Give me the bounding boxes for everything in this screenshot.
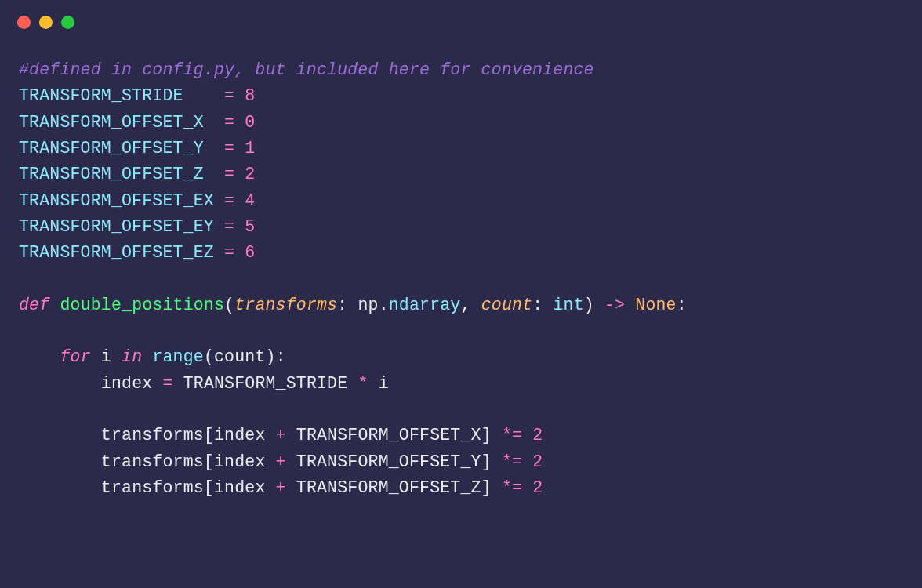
const-ref: TRANSFORM_OFFSET_Y [296, 452, 481, 471]
const-name: TRANSFORM_OFFSET_Z [19, 165, 204, 183]
number-literal: 1 [245, 139, 255, 158]
rparen: ) [584, 296, 594, 314]
index-var: index [214, 452, 266, 471]
type-attr: ndarray [389, 296, 461, 314]
module-name: np [358, 296, 378, 314]
number-literal: 2 [532, 426, 543, 445]
builtin-fn: range [152, 347, 204, 366]
number-literal: 6 [245, 243, 255, 262]
close-icon[interactable] [17, 16, 31, 29]
code-window: #defined in config.py, but included here… [0, 0, 922, 588]
rbracket: ] [481, 452, 492, 471]
index-var: index [214, 426, 266, 445]
number-literal: 8 [245, 86, 255, 105]
const-name: TRANSFORM_OFFSET_X [19, 113, 204, 132]
const-ref: TRANSFORM_OFFSET_X [296, 426, 481, 445]
colon: : [532, 296, 543, 314]
equals-op: = [224, 191, 234, 210]
const-ref: TRANSFORM_STRIDE [183, 374, 348, 393]
arg-name: count [214, 347, 266, 366]
lbracket: [ [204, 452, 214, 471]
equals-op: = [224, 243, 234, 262]
equals-op: = [224, 86, 234, 105]
equals-op: = [224, 139, 234, 158]
lparen: ( [204, 347, 214, 366]
number-literal: 4 [245, 191, 255, 210]
const-name: TRANSFORM_OFFSET_Y [19, 139, 204, 158]
comma: , [460, 296, 470, 314]
number-literal: 2 [532, 452, 543, 471]
colon: : [677, 296, 687, 314]
number-literal: 2 [532, 478, 543, 497]
array-var: transforms [101, 478, 204, 497]
const-name: TRANSFORM_OFFSET_EZ [19, 243, 214, 262]
equals-op: = [162, 374, 172, 393]
const-name: TRANSFORM_STRIDE [19, 86, 183, 105]
plus-op: + [276, 478, 286, 497]
lbracket: [ [204, 478, 214, 497]
maximize-icon[interactable] [61, 16, 74, 29]
rbracket: ] [481, 478, 492, 497]
number-literal: 0 [245, 113, 255, 132]
muleq-op: *= [502, 452, 522, 471]
number-literal: 5 [245, 217, 255, 236]
equals-op: = [224, 217, 234, 236]
rbracket: ] [481, 426, 492, 445]
equals-op: = [224, 165, 234, 183]
return-type: None [635, 296, 676, 314]
index-var: index [101, 374, 153, 393]
number-literal: 2 [245, 165, 255, 183]
in-keyword: in [122, 347, 142, 366]
muleq-op: *= [502, 426, 522, 445]
comment-line: #defined in config.py, but included here… [19, 60, 594, 79]
equals-op: = [224, 113, 234, 132]
const-ref: TRANSFORM_OFFSET_Z [296, 478, 481, 497]
lparen: ( [224, 296, 234, 314]
arrow-op: -> [604, 296, 625, 314]
for-keyword: for [60, 347, 90, 366]
muleq-op: *= [502, 478, 522, 497]
lbracket: [ [204, 426, 214, 445]
type-builtin: int [553, 296, 583, 314]
loop-var: i [101, 347, 111, 366]
const-name: TRANSFORM_OFFSET_EY [19, 217, 214, 236]
rparen: ) [266, 347, 276, 366]
i-var: i [379, 374, 389, 393]
def-keyword: def [19, 296, 49, 314]
function-name: double_positions [60, 296, 224, 314]
dot: . [379, 296, 389, 314]
param-name: transforms [234, 296, 337, 314]
plus-op: + [276, 452, 286, 471]
code-content: #defined in config.py, but included here… [0, 29, 922, 520]
titlebar [0, 0, 922, 29]
star-op: * [358, 374, 368, 393]
const-name: TRANSFORM_OFFSET_EX [19, 191, 214, 210]
param-name: count [481, 296, 533, 314]
array-var: transforms [101, 452, 204, 471]
index-var: index [214, 478, 266, 497]
colon: : [276, 347, 286, 366]
plus-op: + [276, 426, 286, 445]
colon: : [337, 296, 347, 314]
minimize-icon[interactable] [39, 16, 53, 29]
array-var: transforms [101, 426, 204, 445]
